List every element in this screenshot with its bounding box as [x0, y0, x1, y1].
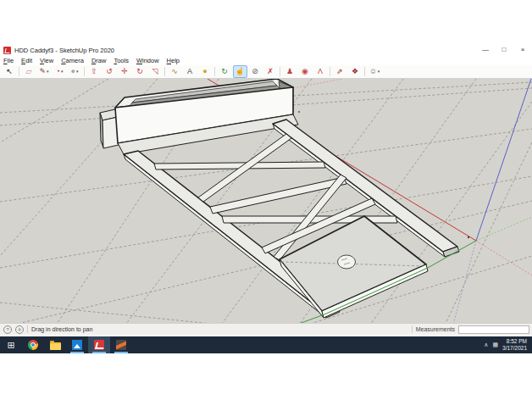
menu-help[interactable]: Help	[167, 57, 180, 64]
shapes-tool-icon: ●	[71, 66, 75, 77]
shapes-tool[interactable]: ●▾	[68, 65, 82, 78]
divider	[27, 325, 28, 333]
menu-camera[interactable]: Camera	[61, 57, 84, 64]
walk-tool-icon: Λ	[318, 66, 323, 77]
clock-time: 8:52 PM	[502, 338, 527, 345]
running-indicator	[114, 352, 128, 353]
taskbar: ⊞ ∧ ▦ 8:52 PM 3/17/2021	[0, 336, 532, 353]
file-explorer-icon	[50, 342, 61, 350]
measurements-label: Measurements	[416, 326, 455, 332]
menu-tools[interactable]: Tools	[114, 57, 129, 64]
help-icon[interactable]: ?	[3, 325, 12, 334]
running-indicator	[70, 352, 84, 353]
menu-edit[interactable]: Edit	[21, 57, 32, 64]
tray-status-icon[interactable]: ▦	[492, 342, 498, 348]
status-icons: ?✛	[0, 325, 24, 334]
arc-tool[interactable]: ◔▾	[53, 65, 67, 78]
dropdown-arrow-icon[interactable]: ▾	[378, 66, 380, 77]
taskbar-apps: ⊞	[0, 336, 132, 353]
photos[interactable]	[66, 336, 88, 353]
screen: HDD Caddyf3 - SketchUp Pro 2020 — □ × Fi…	[0, 0, 532, 400]
select-tool[interactable]: ↖	[3, 65, 17, 78]
arc-tool-icon: ◔	[56, 66, 60, 77]
text-tool-icon: A	[187, 66, 192, 77]
menu-file[interactable]: File	[3, 57, 14, 64]
tray-expand-icon[interactable]: ∧	[484, 342, 488, 348]
offset-tool-icon: ↺	[106, 66, 113, 77]
start-button-icon: ⊞	[7, 336, 14, 353]
orbit-tool[interactable]: ↻	[218, 65, 232, 78]
title-bar: HDD Caddyf3 - SketchUp Pro 2020 — □ ×	[0, 44, 532, 56]
warehouse-button[interactable]: ❖	[348, 65, 363, 78]
status-hint: Drag in direction to pan	[31, 326, 92, 332]
menu-view[interactable]: View	[40, 57, 53, 64]
sketchup-logo-icon	[3, 47, 11, 54]
running-indicator	[92, 352, 106, 353]
offset-tool[interactable]: ↺	[103, 65, 117, 78]
warehouse-button-icon: ❖	[352, 66, 358, 77]
status-bar: ?✛ Drag in direction to pan Measurements	[0, 323, 532, 335]
line-tool[interactable]: ✎▾	[37, 65, 52, 78]
blue-axis	[476, 79, 531, 241]
position-camera-tool-icon: ♟	[286, 66, 293, 77]
move-tool-icon: ✛	[121, 66, 128, 77]
file-explorer[interactable]	[44, 336, 66, 353]
pushpull-tool[interactable]: ⇧	[87, 65, 102, 78]
slicer-icon	[116, 340, 126, 350]
dropdown-arrow-icon[interactable]: ▾	[47, 66, 49, 77]
maximize-button[interactable]: □	[495, 44, 513, 56]
select-tool-icon: ↖	[6, 66, 13, 77]
pan-tool-icon: ☝	[235, 66, 244, 77]
paint-bucket-tool-icon: ●	[202, 66, 207, 77]
scale-tool-icon: ◹	[152, 66, 158, 77]
menu-draw[interactable]: Draw	[91, 57, 107, 64]
chrome-icon	[28, 340, 38, 350]
minimize-button[interactable]: —	[476, 44, 495, 56]
zoom-extents-tool[interactable]: ✗	[263, 65, 278, 78]
share-model-button-icon: ⇗	[336, 66, 343, 77]
measurements-input[interactable]	[458, 325, 529, 334]
eraser-tool[interactable]: ▱	[22, 65, 36, 78]
zoom-tool-icon: ⊘	[252, 66, 258, 77]
tape-measure-tool[interactable]: ∿	[168, 65, 182, 78]
walk-tool[interactable]: Λ	[313, 65, 328, 78]
clock-date: 3/17/2021	[502, 345, 527, 352]
zoom-extents-tool-icon: ✗	[267, 66, 274, 77]
sketchup-icon	[94, 340, 104, 350]
text-tool[interactable]: A	[183, 65, 197, 78]
account-button[interactable]: ☺▾	[368, 65, 382, 78]
paint-bucket-tool[interactable]: ●	[198, 65, 213, 78]
chrome[interactable]	[22, 336, 44, 353]
start-button[interactable]: ⊞	[0, 336, 22, 353]
share-model-button[interactable]: ⇗	[333, 65, 347, 78]
toolbar: ↖▱✎▾◔▾●▾⇧↺✛↻◹∿A●↻☝⊘✗♟◉Λ⇗❖☺▾	[0, 65, 532, 79]
zoom-tool[interactable]: ⊘	[248, 65, 263, 78]
dropdown-arrow-icon[interactable]: ▾	[61, 66, 64, 77]
divider	[412, 325, 413, 333]
move-tool[interactable]: ✛	[118, 65, 132, 78]
menu-window[interactable]: Window	[136, 57, 159, 64]
look-around-tool-icon: ◉	[302, 66, 308, 77]
window-title: HDD Caddyf3 - SketchUp Pro 2020	[14, 47, 114, 54]
close-button[interactable]: ×	[513, 44, 532, 56]
position-camera-tool[interactable]: ♟	[283, 65, 297, 78]
tape-measure-tool-icon: ∿	[171, 66, 178, 77]
geolocate-icon[interactable]: ✛	[15, 325, 24, 334]
photos-icon	[72, 340, 82, 350]
pan-tool[interactable]: ☝	[233, 65, 247, 78]
toolbar-separator	[214, 67, 215, 76]
scale-tool[interactable]: ◹	[148, 65, 163, 78]
sketchup-window: HDD Caddyf3 - SketchUp Pro 2020 — □ × Fi…	[0, 44, 532, 334]
dropdown-arrow-icon[interactable]: ▾	[76, 66, 79, 77]
look-around-tool[interactable]: ◉	[298, 65, 313, 78]
slicer[interactable]	[110, 336, 132, 353]
taskbar-clock[interactable]: 8:52 PM 3/17/2021	[502, 338, 527, 352]
toolbar-separator	[164, 67, 165, 76]
sketchup[interactable]	[88, 336, 110, 353]
account-button-icon: ☺	[369, 66, 377, 77]
toolbar-separator	[19, 67, 19, 76]
orbit-tool-icon: ↻	[221, 66, 228, 77]
pushpull-tool-icon: ⇧	[91, 66, 97, 77]
viewport-3d[interactable]	[0, 79, 532, 323]
rotate-tool[interactable]: ↻	[133, 65, 147, 78]
